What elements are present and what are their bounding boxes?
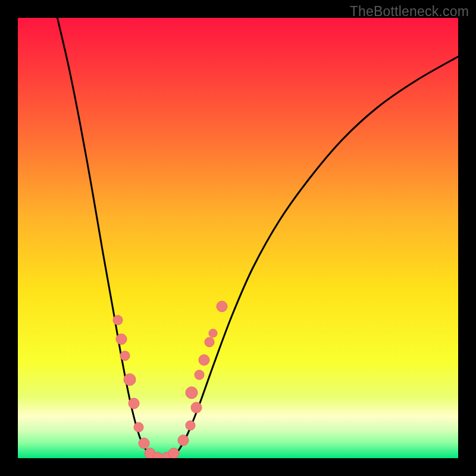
- data-point: [178, 435, 189, 446]
- data-point: [195, 370, 204, 380]
- data-point: [186, 421, 195, 430]
- data-point: [139, 438, 149, 449]
- data-point: [116, 334, 127, 345]
- plot-area: [18, 18, 458, 458]
- data-point: [120, 351, 130, 361]
- watermark-label: TheBottleneck.com: [350, 4, 469, 20]
- chart-frame: TheBottleneck.com: [0, 0, 476, 476]
- data-point: [124, 374, 136, 386]
- data-point: [168, 448, 179, 458]
- data-point: [191, 402, 202, 413]
- data-point: [199, 355, 209, 365]
- data-point: [205, 337, 214, 347]
- data-point: [186, 387, 198, 399]
- data-points: [113, 301, 227, 458]
- data-point: [129, 398, 139, 409]
- data-point: [217, 301, 227, 312]
- bottleneck-curve: [18, 18, 458, 458]
- data-point: [113, 315, 123, 325]
- data-point: [134, 422, 143, 432]
- data-point: [209, 329, 217, 337]
